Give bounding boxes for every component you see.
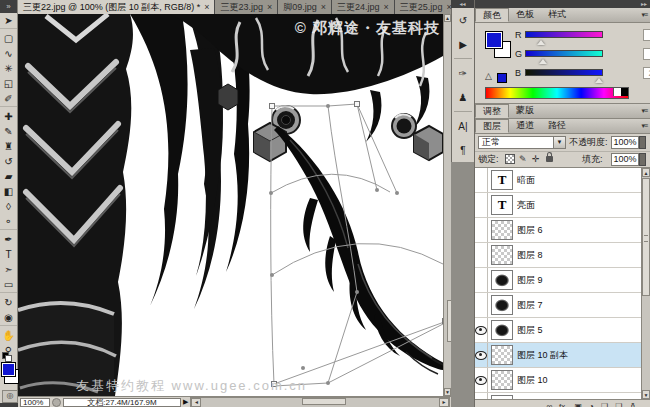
lock-all-icon[interactable] [546,156,553,162]
layer-row[interactable]: T 暗面 [475,168,650,193]
scroll-left-icon[interactable]: ◄ [191,398,201,407]
add-mask-button[interactable]: ▣ [575,401,583,407]
gradient-tool[interactable]: ◧ [0,184,17,199]
doc-tab[interactable]: 脚09.jpg × [278,0,331,14]
layer-style-button[interactable]: fx. [559,401,567,407]
quick-mask-button[interactable]: ◎ [2,390,18,403]
path-selection-tool[interactable]: ➣ [0,262,17,277]
close-icon[interactable]: × [321,2,326,12]
eyedropper-tool[interactable]: ✐ [0,91,17,106]
red-value-field[interactable]: 17 [643,29,650,41]
delete-layer-button[interactable]: ⚱ [629,401,636,407]
dodge-tool[interactable]: ⚬ [0,214,17,229]
orbit-3d-tool[interactable]: ◉ [0,310,17,325]
blend-mode-dropdown[interactable]: 正常 ▼ [478,136,566,149]
black-swatch[interactable] [621,88,628,96]
default-colors-icon[interactable] [2,352,11,360]
visibility-toggle[interactable] [475,243,488,267]
foreground-color-swatch[interactable] [1,362,16,377]
red-slider-thumb[interactable] [537,40,545,45]
magic-wand-tool[interactable]: ✳ [0,61,17,76]
clone-source-panel-icon[interactable]: ♟ [452,85,474,109]
close-icon[interactable]: × [204,2,209,12]
visibility-toggle[interactable] [475,168,488,192]
foreground-color-swatch[interactable] [485,31,503,49]
layers-scroll-thumb[interactable] [642,178,650,296]
layer-row[interactable]: T 亮面 [475,193,650,218]
brush-tool[interactable]: ✎ [0,124,17,139]
rotate-3d-tool[interactable]: ↻ [0,295,17,310]
green-slider[interactable] [525,50,603,57]
layer-row-selected[interactable]: 图层 10 副本 [475,343,650,368]
scroll-up-icon[interactable]: ▲ [642,168,650,177]
layer-thumbnail[interactable]: T [491,195,513,215]
gamut-warning-icon[interactable]: △ [485,71,492,81]
dock-collapse-icon[interactable]: ▸▸ [475,0,650,8]
visibility-toggle[interactable] [475,218,488,242]
close-icon[interactable]: × [384,2,389,12]
actions-panel-icon[interactable]: ▶ [452,32,474,56]
link-layers-button[interactable]: ∞ [546,401,552,407]
new-layer-button[interactable]: ❑ [615,401,622,407]
lock-position-icon[interactable]: ✛ [532,154,540,164]
hscroll-thumb[interactable] [302,398,346,405]
panel-menu-icon[interactable]: ▾≡ [641,107,647,115]
tab-layers[interactable]: 图层 [475,119,509,133]
zoom-level-field[interactable]: 100% [20,398,50,407]
layer-thumbnail[interactable]: T [491,170,513,190]
layer-thumbnail[interactable] [491,320,513,340]
green-slider-thumb[interactable] [539,59,547,64]
clone-stamp-tool[interactable]: ♜ [0,139,17,154]
canvas-horizontal-scrollbar[interactable]: ◄ ► [190,397,450,407]
healing-brush-tool[interactable]: ✚ [0,109,17,124]
tab-paths[interactable]: 路径 [541,119,573,133]
layer-thumbnail[interactable] [491,345,513,365]
scroll-down-icon[interactable]: ▼ [642,390,650,399]
shape-tool[interactable]: ▭ [0,277,17,292]
tab-styles[interactable]: 样式 [541,8,573,22]
pen-tool[interactable]: ✒ [0,232,17,247]
visibility-toggle[interactable] [475,368,488,392]
blue-value-field[interactable]: 210 [643,67,650,79]
opacity-field[interactable]: 100% [611,136,639,149]
visibility-toggle[interactable] [475,343,488,367]
doc-tab-active[interactable]: 三更22.jpg @ 100% (图层 10 副本, RGB/8) * × [18,0,214,14]
panel-menu-icon[interactable]: ▾≡ [641,122,647,130]
red-slider[interactable] [525,31,603,38]
tab-color[interactable]: 颜色 [475,8,509,22]
gamut-color-swatch[interactable] [497,73,507,83]
tab-swatches[interactable]: 色板 [509,8,541,22]
color-spectrum-bar[interactable] [485,87,629,99]
move-tool[interactable]: ➤ [0,13,17,28]
layer-row[interactable]: 图层 9 [475,268,650,293]
fill-field[interactable]: 100% [611,153,639,166]
marquee-tool[interactable]: ▢ [0,31,17,46]
scroll-down-icon[interactable]: ▼ [444,388,451,396]
white-swatch[interactable] [613,88,621,96]
panel-menu-icon[interactable]: ▾≡ [641,11,647,19]
visibility-toggle[interactable] [475,318,488,342]
crop-tool[interactable]: ◱ [0,76,17,91]
opacity-scrubber-button[interactable] [639,136,646,149]
tab-masks[interactable]: 蒙版 [509,104,541,118]
history-brush-tool[interactable]: ↺ [0,154,17,169]
scroll-right-icon[interactable]: ► [439,398,449,407]
layer-row[interactable]: 图层 5 [475,318,650,343]
visibility-toggle[interactable] [475,193,488,217]
layer-row[interactable]: 图层 7 [475,293,650,318]
visibility-toggle[interactable] [475,293,488,317]
layer-row[interactable]: 图层 10 [475,368,650,393]
fill-scrubber-button[interactable] [639,153,646,166]
close-icon[interactable]: × [267,2,272,12]
tab-adjustments[interactable]: 调整 [475,104,509,118]
lock-pixels-icon[interactable]: ✎ [519,154,527,164]
new-group-button[interactable]: ❏ [601,401,608,407]
layer-thumbnail[interactable] [491,220,513,240]
doc-tab[interactable]: 三更24.jpg × [332,0,394,14]
doc-tab[interactable]: 三更25.jpg × [395,0,451,14]
layers-scrollbar[interactable]: ▲ ▼ [641,168,650,399]
doc-tab[interactable]: 三更23.jpg × [215,0,277,14]
visibility-toggle[interactable] [475,268,488,292]
adjustment-layer-button[interactable]: ◑ [589,401,594,407]
hand-tool[interactable]: ✋ [0,328,17,343]
